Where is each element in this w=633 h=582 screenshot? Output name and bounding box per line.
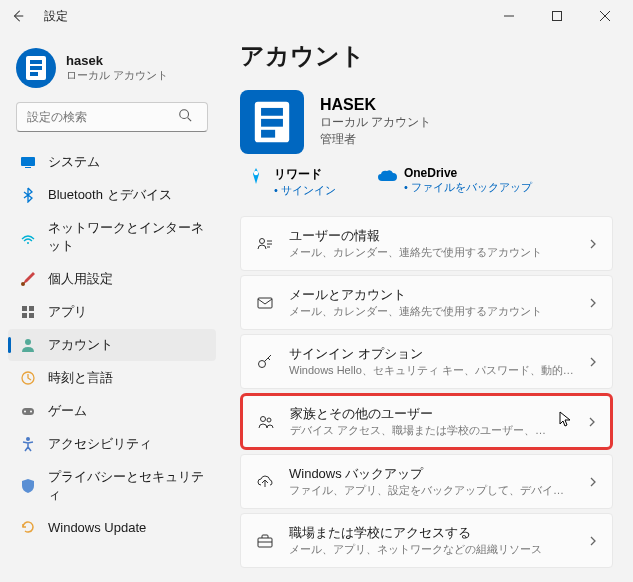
maximize-button[interactable] [537, 2, 577, 30]
svg-point-19 [26, 437, 30, 441]
chevron-right-icon [588, 294, 598, 312]
svg-rect-2 [30, 60, 42, 64]
user-name: hasek [66, 53, 168, 68]
svg-rect-16 [22, 408, 34, 415]
card-windows-backup[interactable]: Windows バックアップ ファイル、アプリ、設定をバックアップして、デバイス… [240, 454, 613, 509]
nav-item-privacy[interactable]: プライバシーとセキュリティ [8, 461, 216, 511]
card-email-accounts[interactable]: メールとアカウント メール、カレンダー、連絡先で使用するアカウント [240, 275, 613, 330]
settings-cards: ユーザーの情報 メール、カレンダー、連絡先で使用するアカウント メールとアカウン… [240, 216, 613, 568]
svg-point-29 [267, 418, 271, 422]
nav-label: アクセシビリティ [48, 435, 152, 453]
nav-item-accounts[interactable]: アカウント [8, 329, 216, 361]
card-signin-options[interactable]: サインイン オプション Windows Hello、セキュリティ キー、パスワー… [240, 334, 613, 389]
maximize-icon [552, 11, 562, 21]
svg-rect-4 [30, 72, 38, 76]
account-role: 管理者 [320, 131, 431, 148]
avatar-icon [247, 97, 297, 147]
card-subtitle: メール、アプリ、ネットワークなどの組織リソース [289, 542, 574, 557]
settings-window: 設定 hasek ローカル アカウント [0, 0, 633, 582]
chevron-right-icon [588, 353, 598, 371]
nav-label: アプリ [48, 303, 87, 321]
avatar [16, 48, 56, 88]
svg-point-24 [254, 171, 258, 175]
svg-rect-3 [30, 66, 42, 70]
account-name: HASEK [320, 96, 431, 114]
bluetooth-icon [20, 187, 36, 203]
close-button[interactable] [585, 2, 625, 30]
id-card-icon [255, 234, 275, 254]
apps-icon [20, 304, 36, 320]
close-icon [600, 11, 610, 21]
card-subtitle: デバイス アクセス、職場または学校のユーザー、キオスクに割り当てられたアクセス [290, 423, 551, 438]
svg-point-28 [261, 416, 266, 421]
mail-icon [255, 293, 275, 313]
nav-label: 個人用設定 [48, 270, 113, 288]
promo-link[interactable]: サインイン [274, 183, 336, 198]
sidebar-user[interactable]: hasek ローカル アカウント [8, 40, 216, 100]
nav-label: Windows Update [48, 520, 146, 535]
card-title: メールとアカウント [289, 286, 574, 304]
search-input[interactable] [16, 102, 208, 132]
card-title: ユーザーの情報 [289, 227, 574, 245]
account-avatar [240, 90, 304, 154]
promo-link[interactable]: ファイルをバックアップ [404, 180, 532, 195]
svg-rect-22 [261, 119, 283, 127]
svg-point-27 [259, 360, 266, 367]
nav-item-apps[interactable]: アプリ [8, 296, 216, 328]
card-user-info[interactable]: ユーザーの情報 メール、カレンダー、連絡先で使用するアカウント [240, 216, 613, 271]
gaming-icon [20, 403, 36, 419]
card-title: 職場または学校にアクセスする [289, 524, 574, 542]
chevron-right-icon [588, 532, 598, 550]
svg-point-17 [24, 411, 26, 413]
svg-rect-0 [553, 12, 562, 21]
nav-item-network[interactable]: ネットワークとインターネット [8, 212, 216, 262]
svg-point-14 [25, 339, 31, 345]
user-type: ローカル アカウント [66, 68, 168, 83]
nav-item-bluetooth[interactable]: Bluetooth とデバイス [8, 179, 216, 211]
page-title: アカウント [240, 40, 613, 72]
svg-rect-7 [25, 167, 31, 168]
arrow-left-icon [11, 9, 25, 23]
titlebar: 設定 [0, 0, 633, 32]
window-title: 設定 [44, 8, 68, 25]
back-button[interactable] [8, 6, 28, 26]
minimize-button[interactable] [489, 2, 529, 30]
nav-item-windows-update[interactable]: Windows Update [8, 512, 216, 542]
minimize-icon [504, 11, 514, 21]
clock-icon [20, 370, 36, 386]
nav-item-gaming[interactable]: ゲーム [8, 395, 216, 427]
nav-label: ゲーム [48, 402, 87, 420]
nav-label: Bluetooth とデバイス [48, 186, 172, 204]
rewards-icon [246, 166, 266, 186]
card-title: 家族とその他のユーザー [290, 405, 551, 423]
promo-rewards[interactable]: リワード サインイン [246, 166, 336, 198]
key-icon [255, 352, 275, 372]
briefcase-icon [255, 531, 275, 551]
promo-row: リワード サインイン OneDrive ファイルをバックアップ [246, 166, 613, 198]
accessibility-icon [20, 436, 36, 452]
card-subtitle: Windows Hello、セキュリティ キー、パスワード、動的ロック [289, 363, 574, 378]
chevron-right-icon [588, 235, 598, 253]
nav-item-system[interactable]: システム [8, 146, 216, 178]
brush-icon [20, 271, 36, 287]
chevron-right-icon [587, 413, 597, 431]
promo-title: OneDrive [404, 166, 532, 180]
update-icon [20, 519, 36, 535]
nav-item-personalization[interactable]: 個人用設定 [8, 263, 216, 295]
mouse-cursor-icon [559, 411, 573, 433]
account-type: ローカル アカウント [320, 114, 431, 131]
chevron-right-icon [588, 473, 598, 491]
svg-rect-26 [258, 298, 272, 308]
svg-rect-6 [21, 157, 35, 166]
sidebar: hasek ローカル アカウント システム Bluetooth とデバイス [0, 32, 220, 582]
card-subtitle: ファイル、アプリ、設定をバックアップして、デバイス間で復元 [289, 483, 574, 498]
promo-onedrive[interactable]: OneDrive ファイルをバックアップ [376, 166, 532, 198]
card-family-users[interactable]: 家族とその他のユーザー デバイス アクセス、職場または学校のユーザー、キオスクに… [240, 393, 613, 450]
card-work-school[interactable]: 職場または学校にアクセスする メール、アプリ、ネットワークなどの組織リソース [240, 513, 613, 568]
nav-item-time-language[interactable]: 時刻と言語 [8, 362, 216, 394]
nav-label: システム [48, 153, 100, 171]
svg-rect-21 [261, 108, 283, 116]
card-title: Windows バックアップ [289, 465, 574, 483]
nav: システム Bluetooth とデバイス ネットワークとインターネット 個人用設… [8, 146, 216, 542]
nav-item-accessibility[interactable]: アクセシビリティ [8, 428, 216, 460]
